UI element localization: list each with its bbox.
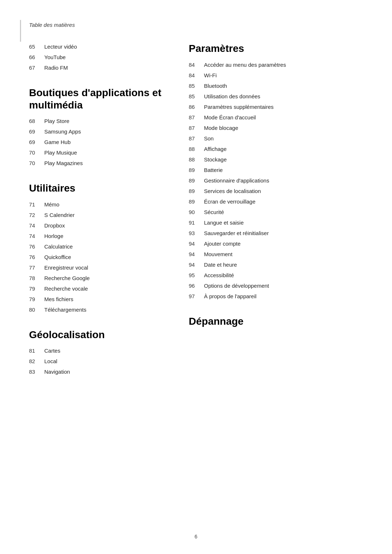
list-item: 87Son <box>189 134 363 143</box>
toc-number: 79 <box>29 284 44 293</box>
list-item: 74Horloge <box>29 232 167 241</box>
toc-number: 94 <box>189 250 204 259</box>
list-item: 83Navigation <box>29 368 167 376</box>
toc-number: 84 <box>189 71 204 80</box>
header-label: Table des matières <box>29 22 363 28</box>
list-item: 88Affichage <box>189 145 363 153</box>
intro-section: 65Lecteur vidéo66YouTube67Radio FM <box>29 42 167 72</box>
page-number: 6 <box>195 534 197 539</box>
toc-text: Game Hub <box>44 138 71 147</box>
section: Géolocalisation81Cartes82Local83Navigati… <box>29 329 167 377</box>
toc-number: 89 <box>189 176 204 185</box>
toc-text: Affichage <box>204 145 226 153</box>
list-item: 86Paramètres supplémentaires <box>189 103 363 111</box>
toc-number: 71 <box>29 200 44 209</box>
list-item: 80Téléchargements <box>29 305 167 314</box>
toc-text: Utilisation des données <box>204 92 260 101</box>
toc-number: 81 <box>29 346 44 355</box>
list-item: 82Local <box>29 357 167 366</box>
toc-number: 74 <box>29 221 44 230</box>
toc-text: Samsung Apps <box>44 127 81 136</box>
toc-number: 69 <box>29 138 44 147</box>
toc-text: Recherche Google <box>44 274 90 283</box>
toc-text: Langue et saisie <box>204 218 244 227</box>
toc-number: 82 <box>29 357 44 366</box>
list-item: 89Gestionnaire d'applications <box>189 176 363 185</box>
list-item: 89Batterie <box>189 166 363 175</box>
toc-number: 69 <box>29 127 44 136</box>
section-title: Paramètres <box>189 42 363 55</box>
list-item: 85Utilisation des données <box>189 92 363 101</box>
toc-text: Play Store <box>44 117 69 126</box>
toc-list: 81Cartes82Local83Navigation <box>29 346 167 376</box>
section-title: Boutiques d'applications et multimédia <box>29 87 167 111</box>
toc-number: 79 <box>29 295 44 304</box>
toc-text: Paramètres supplémentaires <box>204 103 274 111</box>
list-item: 76Calculatrice <box>29 242 167 251</box>
section-title: Dépannage <box>189 315 363 328</box>
toc-text: YouTube <box>44 53 66 62</box>
toc-text: S Calendrier <box>44 211 74 219</box>
toc-text: Quickoffice <box>44 253 71 262</box>
toc-text: Son <box>204 134 214 143</box>
list-item: 87Mode Écran d'accueil <box>189 113 363 122</box>
toc-text: Wi-Fi <box>204 71 217 80</box>
list-item: 69Samsung Apps <box>29 127 167 136</box>
toc-number: 87 <box>189 134 204 143</box>
list-item: 67Radio FM <box>29 63 167 72</box>
toc-number: 93 <box>189 229 204 238</box>
list-item: 68Play Store <box>29 117 167 126</box>
list-item: 69Game Hub <box>29 138 167 147</box>
list-item: 74Dropbox <box>29 221 167 230</box>
toc-text: Sécurité <box>204 208 224 217</box>
list-item: 65Lecteur vidéo <box>29 42 167 51</box>
toc-number: 87 <box>189 124 204 132</box>
toc-text: Mes fichiers <box>44 295 73 304</box>
list-item: 95Accessibilité <box>189 271 363 280</box>
toc-number: 94 <box>189 260 204 269</box>
toc-number: 72 <box>29 211 44 219</box>
toc-text: Téléchargements <box>44 305 86 314</box>
toc-text: Mouvement <box>204 250 232 259</box>
toc-text: Enregistreur vocal <box>44 263 88 272</box>
toc-text: Date et heure <box>204 260 237 269</box>
list-item: 94Date et heure <box>189 260 363 269</box>
section: Utilitaires71Mémo72S Calendrier74Dropbox… <box>29 182 167 314</box>
section: Paramètres84Accéder au menu des paramètr… <box>189 42 363 301</box>
toc-number: 68 <box>29 117 44 126</box>
toc-text: Gestionnaire d'applications <box>204 176 269 185</box>
vertical-bar <box>20 20 21 42</box>
toc-text: Sauvegarder et réinitialiser <box>204 229 269 238</box>
right-column: Paramètres84Accéder au menu des paramètr… <box>189 42 363 391</box>
toc-text: Bluetooth <box>204 82 227 90</box>
toc-number: 83 <box>29 368 44 376</box>
list-item: 70Play Musique <box>29 148 167 157</box>
toc-list: 84Accéder au menu des paramètres84Wi-Fi8… <box>189 61 363 301</box>
list-item: 78Recherche Google <box>29 274 167 283</box>
toc-text: Options de développement <box>204 282 269 290</box>
list-item: 66YouTube <box>29 53 167 62</box>
list-item: 97À propos de l'appareil <box>189 292 363 301</box>
toc-number: 87 <box>189 113 204 122</box>
intro-list: 65Lecteur vidéo66YouTube67Radio FM <box>29 42 167 72</box>
toc-text: Écran de verrouillage <box>204 197 256 206</box>
toc-text: Radio FM <box>44 63 68 72</box>
toc-text: Mémo <box>44 200 60 209</box>
toc-number: 94 <box>189 239 204 248</box>
list-item: 94Mouvement <box>189 250 363 259</box>
toc-number: 89 <box>189 166 204 175</box>
toc-number: 85 <box>189 92 204 101</box>
toc-number: 88 <box>189 155 204 164</box>
toc-text: Cartes <box>44 346 60 355</box>
toc-number: 88 <box>189 145 204 153</box>
list-item: 81Cartes <box>29 346 167 355</box>
toc-text: À propos de l'appareil <box>204 292 257 301</box>
toc-text: Navigation <box>44 368 70 376</box>
toc-number: 70 <box>29 148 44 157</box>
toc-number: 76 <box>29 253 44 262</box>
toc-text: Local <box>44 357 57 366</box>
toc-text: Accéder au menu des paramètres <box>204 61 286 69</box>
toc-number: 85 <box>189 82 204 90</box>
toc-text: Recherche vocale <box>44 284 88 293</box>
toc-text: Batterie <box>204 166 223 175</box>
